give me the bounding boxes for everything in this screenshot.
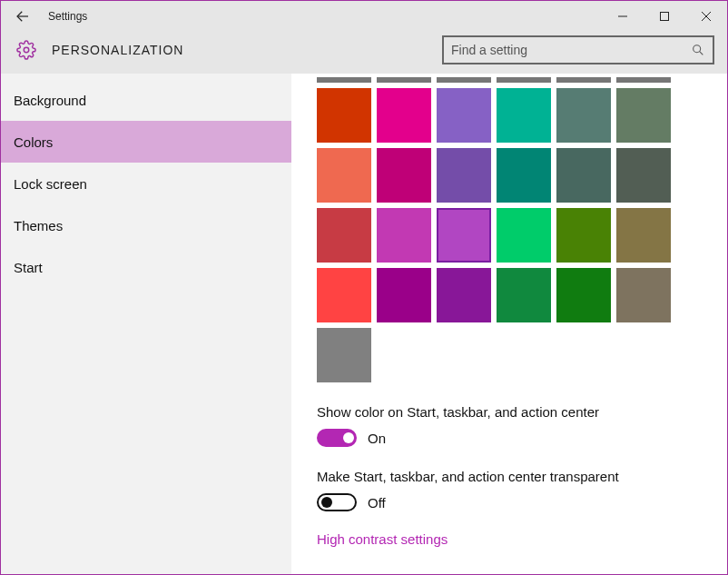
color-swatch[interactable] (497, 148, 551, 203)
setting-show-color: Show color on Start, taskbar, and action… (317, 404, 709, 447)
close-button[interactable] (685, 1, 727, 32)
color-swatch[interactable] (497, 88, 551, 143)
sidebar-item-colors[interactable]: Colors (1, 121, 291, 163)
search-input[interactable] (451, 43, 691, 57)
color-swatch[interactable] (616, 208, 671, 263)
svg-point-5 (24, 47, 29, 53)
minimize-button[interactable] (602, 1, 644, 32)
header: PERSONALIZATION (1, 32, 727, 74)
color-swatch[interactable] (377, 148, 431, 203)
back-button[interactable] (1, 1, 44, 32)
sidebar-item-background[interactable]: Background (1, 79, 291, 121)
arrow-left-icon (15, 8, 31, 25)
color-swatch[interactable] (377, 208, 431, 263)
color-swatch[interactable] (317, 208, 371, 263)
color-swatch[interactable] (556, 88, 611, 143)
settings-gear-icon (14, 40, 39, 60)
color-swatch[interactable] (616, 88, 671, 143)
toggle-state: On (368, 431, 386, 446)
color-swatch[interactable] (437, 208, 491, 263)
color-swatch[interactable] (317, 268, 371, 322)
close-icon (701, 11, 712, 22)
toggle-state: Off (368, 495, 386, 511)
sidebar-item-themes[interactable]: Themes (1, 204, 291, 246)
svg-line-7 (700, 52, 703, 55)
setting-label: Show color on Start, taskbar, and action… (317, 404, 709, 420)
palette-row (317, 268, 709, 322)
color-swatch[interactable] (556, 268, 611, 322)
setting-transparent: Make Start, taskbar, and action center t… (317, 469, 709, 511)
window-title: Settings (44, 10, 602, 23)
color-palette (317, 88, 709, 382)
color-swatch[interactable] (317, 88, 371, 143)
maximize-button[interactable] (644, 1, 685, 32)
toggle-transparent[interactable] (317, 493, 357, 511)
color-swatch[interactable] (377, 268, 431, 322)
color-swatch[interactable] (377, 88, 431, 143)
color-swatch[interactable] (497, 208, 551, 263)
sidebar-item-start[interactable]: Start (1, 246, 291, 288)
color-swatch[interactable] (317, 77, 371, 83)
svg-point-6 (694, 45, 701, 53)
palette-row-partial (317, 77, 709, 83)
palette-row (317, 88, 709, 143)
window-controls (602, 1, 727, 32)
color-swatch[interactable] (437, 88, 491, 143)
palette-row (317, 328, 709, 382)
color-swatch[interactable] (317, 148, 371, 203)
gear-icon (16, 40, 36, 60)
palette-row (317, 148, 709, 203)
search-icon (691, 43, 705, 57)
color-swatch[interactable] (497, 77, 551, 83)
maximize-icon (659, 11, 670, 22)
color-swatch[interactable] (377, 77, 431, 83)
color-swatch[interactable] (556, 208, 611, 263)
sidebar-item-lock-screen[interactable]: Lock screen (1, 163, 291, 204)
content: Show color on Start, taskbar, and action… (291, 74, 727, 575)
color-swatch[interactable] (437, 77, 491, 83)
title-bar: Settings (1, 1, 727, 32)
high-contrast-link[interactable]: High contrast settings (317, 531, 709, 547)
minimize-icon (617, 11, 628, 22)
color-swatch[interactable] (556, 148, 611, 203)
main: BackgroundColorsLock screenThemesStart S… (1, 74, 727, 575)
color-swatch[interactable] (616, 77, 671, 83)
color-swatch[interactable] (437, 148, 491, 203)
search-box[interactable] (442, 35, 714, 64)
color-swatch[interactable] (556, 77, 611, 83)
svg-rect-2 (661, 13, 669, 21)
sidebar: BackgroundColorsLock screenThemesStart (1, 74, 291, 575)
color-swatch[interactable] (437, 268, 491, 322)
palette-row (317, 208, 709, 263)
color-swatch[interactable] (497, 268, 551, 322)
setting-label: Make Start, taskbar, and action center t… (317, 469, 709, 484)
toggle-show-color[interactable] (317, 429, 357, 447)
color-swatch[interactable] (616, 268, 671, 322)
color-swatch[interactable] (317, 328, 371, 382)
section-title: PERSONALIZATION (52, 43, 442, 57)
color-swatch[interactable] (616, 148, 671, 203)
